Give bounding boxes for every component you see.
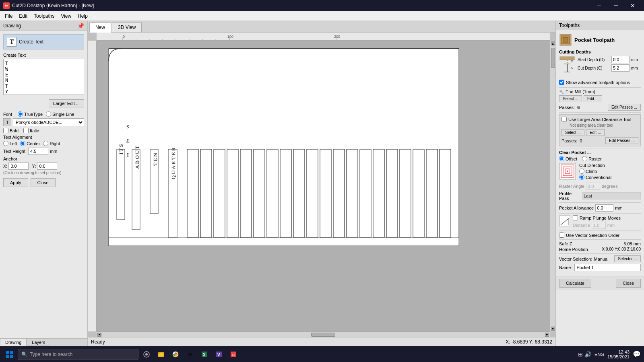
- home-position-label: Home Position: [559, 247, 588, 252]
- tool-icon: 🔧: [559, 90, 564, 94]
- layers-tab[interactable]: Layers: [27, 339, 50, 346]
- toolpath-close-button[interactable]: Close: [616, 279, 641, 288]
- apply-button[interactable]: Apply: [3, 178, 28, 187]
- start-depth-label: Start Depth (D): [578, 58, 610, 62]
- scroll-left-button[interactable]: ◄: [97, 333, 101, 337]
- ramp-icon: [559, 215, 570, 228]
- truetype-radio[interactable]: TrueType: [18, 111, 43, 117]
- pocket-allowance-input[interactable]: [595, 204, 613, 212]
- svg-rect-69: [10, 351, 13, 354]
- scroll-up-button[interactable]: ▲: [551, 41, 555, 45]
- settings-icon[interactable]: ⚙: [184, 348, 196, 361]
- align-left-radio[interactable]: Left: [3, 141, 17, 146]
- raster-angle-input[interactable]: [586, 183, 600, 190]
- clearance-section: Use Larger Area Clearance Tool Not using…: [559, 114, 641, 146]
- name-input[interactable]: [574, 264, 641, 271]
- scroll-thumb-v[interactable]: [551, 48, 555, 68]
- svg-text:X: X: [203, 353, 206, 357]
- show-advanced-checkbox[interactable]: Show advanced toolpath options: [559, 80, 641, 85]
- start-depth-input[interactable]: [611, 56, 630, 63]
- align-center-radio[interactable]: Center: [20, 141, 40, 146]
- ruler-horizontal: 0 100 200: [97, 33, 550, 41]
- pocket-title: Pocket Toolpath: [574, 37, 615, 43]
- name-label: Name:: [559, 265, 572, 270]
- menu-file[interactable]: File: [2, 12, 16, 20]
- ramp-distance-input[interactable]: [592, 222, 606, 229]
- anchor-y-input[interactable]: [37, 162, 57, 170]
- depth-visual-icon: D C: [559, 56, 575, 77]
- toolpaths-header: Toolpaths: [556, 21, 644, 30]
- notification-icon[interactable]: 💬: [633, 350, 641, 358]
- tab-new[interactable]: New: [89, 23, 111, 33]
- height-unit: mm: [50, 149, 57, 154]
- clearance-passes-edit-button[interactable]: Edit Passes ...: [605, 137, 638, 144]
- explorer-icon[interactable]: [155, 348, 167, 361]
- safe-z-value: 5.08 mm: [623, 241, 641, 246]
- menu-toolpaths[interactable]: Toolpaths: [31, 12, 58, 20]
- close-button[interactable]: ✕: [625, 0, 641, 11]
- vectric-icon[interactable]: V: [213, 348, 225, 361]
- profile-pass-input[interactable]: [582, 192, 641, 200]
- app2-icon[interactable]: ✂: [227, 348, 240, 361]
- climb-radio[interactable]: Climb: [579, 169, 641, 174]
- font-section: Font TrueType Single Line T: [3, 111, 84, 187]
- tool-select-button[interactable]: Select ...: [559, 95, 582, 102]
- svg-point-63: [567, 171, 568, 172]
- tab-3dview[interactable]: 3D View: [112, 23, 142, 32]
- italic-checkbox[interactable]: Italic: [23, 128, 39, 133]
- main-layout: Drawing 📌 T Create Text Create Text T W …: [0, 21, 644, 346]
- home-position-value: X:0.00 Y:0.00 Z:10.00: [602, 247, 641, 252]
- font-selector-row: T Porky's obcdeABCDE...: [3, 118, 84, 126]
- chrome-icon[interactable]: [169, 348, 182, 361]
- singleline-radio[interactable]: Single Line: [46, 111, 74, 117]
- ruler-h-svg: 0 100 200: [97, 33, 550, 41]
- calculate-button[interactable]: Calculate: [559, 279, 591, 288]
- align-right-radio[interactable]: Right: [43, 141, 60, 146]
- drawing-surface[interactable]: I T S I T S A B O U T T E N Q U A R T E …: [97, 41, 550, 331]
- scroll-track-v: [551, 46, 555, 326]
- start-button[interactable]: [3, 348, 16, 361]
- menu-edit[interactable]: Edit: [16, 12, 31, 20]
- anchor-section: Anchor X: Y: (Click on drawing to set po…: [3, 156, 84, 175]
- menu-help[interactable]: Help: [74, 12, 91, 20]
- ramp-distance-row: Distance mm: [573, 222, 641, 229]
- minimize-button[interactable]: ─: [591, 0, 607, 11]
- raster-radio[interactable]: Raster: [582, 156, 601, 161]
- font-dropdown[interactable]: Porky's obcdeABCDE...: [13, 118, 84, 126]
- restore-button[interactable]: ▭: [608, 0, 624, 11]
- create-text-section: T Create Text Create Text T W E N T Y La…: [0, 31, 87, 190]
- drawing-tab[interactable]: Drawing: [0, 339, 27, 346]
- scroll-down-button[interactable]: ▼: [551, 327, 555, 331]
- excel-icon[interactable]: X: [198, 348, 211, 361]
- offset-radio[interactable]: Offset: [559, 156, 577, 161]
- safe-z-section: Safe Z 5.08 mm Home Position X:0.00 Y:0.…: [559, 241, 641, 252]
- vertical-scrollbar[interactable]: ▲ ▼: [550, 41, 555, 331]
- titlebar-controls[interactable]: ─ ▭ ✕: [591, 0, 641, 11]
- raster-angle-unit: degrees: [602, 184, 618, 189]
- tool-edit-button[interactable]: Edit ...: [584, 95, 602, 102]
- horizontal-scrollbar[interactable]: ◄ ►: [97, 331, 550, 337]
- taskbar-search[interactable]: 🔍 Type here to search: [18, 349, 138, 360]
- larger-edit-button[interactable]: Larger Edit ...: [49, 99, 84, 107]
- bold-checkbox[interactable]: Bold: [3, 128, 19, 133]
- clearance-select-button[interactable]: Select ...: [561, 129, 584, 136]
- menu-view[interactable]: View: [58, 12, 74, 20]
- clearance-edit-button[interactable]: Edit ...: [586, 129, 605, 136]
- height-input[interactable]: [28, 148, 48, 155]
- clearance-checkbox[interactable]: Use Larger Area Clearance Tool: [561, 117, 638, 122]
- edit-passes-button[interactable]: Edit Passes ...: [608, 104, 641, 111]
- text-input[interactable]: T W E N T Y: [3, 59, 84, 95]
- drawing-svg: I T S I T S A B O U T T E N Q U A R T E …: [97, 41, 550, 331]
- conventional-radio[interactable]: Conventional: [579, 175, 641, 180]
- cut-depth-input[interactable]: [611, 64, 630, 72]
- vector-order-checkbox[interactable]: Use Vector Selection Order: [559, 232, 641, 238]
- anchor-x-input[interactable]: [8, 162, 29, 170]
- panel-pin-icon[interactable]: 📌: [77, 23, 84, 29]
- scroll-thumb-h[interactable]: [311, 333, 335, 337]
- ramp-checkbox[interactable]: Ramp Plunge Moves: [573, 215, 641, 220]
- drawing-close-button[interactable]: Close: [31, 178, 56, 187]
- svg-rect-68: [6, 351, 9, 354]
- taskview-icon[interactable]: [140, 348, 153, 361]
- selector-button[interactable]: Selector ...: [614, 255, 641, 262]
- scroll-right-button[interactable]: ►: [545, 333, 549, 337]
